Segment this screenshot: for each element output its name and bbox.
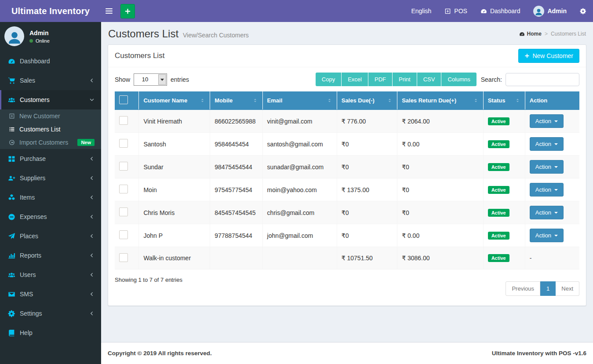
- previous-page-button[interactable]: Previous: [506, 281, 540, 296]
- action-label: Action: [535, 164, 551, 170]
- sidebar-toggle-button[interactable]: [101, 0, 117, 22]
- column-header-mobile[interactable]: Mobile: [210, 91, 262, 110]
- tachometer-icon: [480, 8, 487, 15]
- settings-menu[interactable]: [573, 0, 593, 22]
- status-badge: Active: [488, 232, 509, 240]
- row-checkbox[interactable]: [119, 162, 128, 171]
- sidebar-item-dashboard[interactable]: Dashboard: [0, 51, 101, 71]
- paper-plane-icon: [8, 233, 15, 240]
- sidebar-item-sms[interactable]: SMS: [0, 284, 101, 304]
- new-customer-button[interactable]: New Customer: [518, 49, 579, 63]
- breadcrumb-current: Customers List: [551, 31, 586, 37]
- row-checkbox[interactable]: [119, 139, 128, 148]
- next-page-button[interactable]: Next: [556, 281, 579, 296]
- cell-action: Action: [525, 224, 579, 247]
- column-header-sales-return-due[interactable]: Sales Return Due(+): [397, 91, 484, 110]
- action-dropdown-button[interactable]: Action: [530, 160, 564, 174]
- pos-link[interactable]: POS: [438, 0, 474, 22]
- sidebar-item-sales[interactable]: Sales: [0, 71, 101, 90]
- export-excel-button[interactable]: Excel: [342, 73, 368, 86]
- sidebar-subitem-customers-list[interactable]: Customers List: [0, 123, 101, 136]
- search-label: Search:: [481, 76, 502, 83]
- sidebar-item-help[interactable]: Help: [0, 323, 101, 342]
- sidebar-item-expenses[interactable]: Expenses: [0, 207, 101, 226]
- sidebar-subitem-import-customers[interactable]: Import CustomersNew: [0, 136, 101, 149]
- cell-sales-return-due: ₹0: [397, 201, 484, 224]
- sidebar-item-settings[interactable]: Settings: [0, 304, 101, 323]
- export-copy-button[interactable]: Copy: [316, 73, 342, 86]
- sidebar-item-label: Reports: [20, 252, 85, 259]
- online-dot-icon: [29, 39, 33, 43]
- breadcrumb-home[interactable]: Home: [519, 31, 542, 37]
- dashboard-link[interactable]: Dashboard: [474, 0, 527, 22]
- sidebar-item-purchase[interactable]: Purchase: [0, 149, 101, 168]
- cell-mobile: 866022565988: [210, 110, 262, 133]
- sidebar-subitem-label: New Customer: [19, 113, 95, 120]
- sidebar-item-users[interactable]: Users: [0, 265, 101, 284]
- row-checkbox[interactable]: [119, 253, 128, 262]
- row-checkbox[interactable]: [119, 230, 128, 239]
- cell-sales-return-due: ₹ 0.00: [397, 224, 484, 247]
- page-subtitle: View/Search Customers: [183, 32, 249, 39]
- export-pdf-button[interactable]: PDF: [368, 73, 393, 86]
- action-dropdown-button[interactable]: Action: [530, 206, 564, 219]
- tachometer-icon: [519, 31, 525, 37]
- status-badge: Active: [488, 254, 509, 262]
- arrow-circle-left-icon: [9, 139, 15, 146]
- cogs-icon: [8, 310, 15, 317]
- column-header-status[interactable]: Status: [483, 91, 525, 110]
- plus-square-icon: [9, 113, 15, 119]
- table-header-row: Customer NameMobileEmailSales Due(-)Sale…: [115, 91, 579, 110]
- cell-sales-due: ₹0: [337, 133, 397, 156]
- cubes-icon: [8, 194, 15, 201]
- column-header-email[interactable]: Email: [262, 91, 337, 110]
- sidebar-item-reports[interactable]: Reports: [0, 246, 101, 265]
- chevron-left-icon: [89, 272, 95, 277]
- search-input[interactable]: [506, 73, 579, 86]
- column-header-action[interactable]: Action: [525, 91, 579, 110]
- action-dropdown-button[interactable]: Action: [530, 229, 564, 242]
- cell-action: Action: [525, 178, 579, 201]
- cell-mobile: 97788754544: [210, 224, 262, 247]
- sidebar-subitem-new-customer[interactable]: New Customer: [0, 109, 101, 123]
- row-checkbox[interactable]: [119, 116, 128, 125]
- action-dropdown-button[interactable]: Action: [530, 137, 564, 151]
- sidebar-item-label: Settings: [20, 310, 85, 317]
- quick-add-button[interactable]: [120, 4, 135, 18]
- sort-icon: [387, 98, 393, 103]
- copyright-text: Copyright © 2019 All rights reserved.: [108, 350, 212, 357]
- export-columns-button[interactable]: Columns: [441, 73, 476, 86]
- language-menu[interactable]: English: [404, 0, 438, 22]
- action-dropdown-button[interactable]: Action: [530, 114, 564, 128]
- cell-email: [262, 247, 337, 269]
- sort-icon: [473, 98, 479, 103]
- row-checkbox[interactable]: [119, 185, 128, 193]
- export-csv-button[interactable]: CSV: [417, 73, 442, 86]
- sidebar-item-label: Dashboard: [20, 58, 95, 65]
- page-length-select[interactable]: 10: [134, 73, 167, 86]
- column-header-customer-name[interactable]: Customer Name: [139, 91, 210, 110]
- pagination: Previous 1 Next: [506, 281, 579, 296]
- row-checkbox[interactable]: [119, 207, 128, 216]
- user-menu[interactable]: Admin: [527, 0, 573, 22]
- chevron-left-icon: [89, 156, 95, 161]
- select-all-checkbox[interactable]: [119, 95, 128, 104]
- sidebar-item-label: Expenses: [20, 213, 85, 220]
- column-header-sales-due[interactable]: Sales Due(-): [337, 91, 397, 110]
- action-dropdown-button[interactable]: Action: [530, 183, 564, 197]
- cell-sales-due: ₹0: [337, 156, 397, 178]
- avatar: [4, 26, 24, 46]
- status-badge: Active: [488, 186, 509, 194]
- cell-action: -: [525, 247, 579, 269]
- row-select-cell: [115, 247, 139, 269]
- sidebar-item-places[interactable]: Places: [0, 226, 101, 246]
- export-print-button[interactable]: Print: [393, 73, 417, 86]
- action-label: Action: [535, 186, 551, 193]
- sidebar-item-items[interactable]: Items: [0, 188, 101, 207]
- cell-sales-due: ₹ 776.00: [337, 110, 397, 133]
- sidebar-menu: DashboardSalesCustomersNew CustomerCusto…: [0, 51, 101, 342]
- sidebar-item-suppliers[interactable]: Suppliers: [0, 168, 101, 188]
- sidebar-item-customers[interactable]: Customers: [0, 90, 101, 109]
- sidebar-subitem-label: Import Customers: [19, 139, 73, 146]
- page-number-button[interactable]: 1: [540, 281, 556, 296]
